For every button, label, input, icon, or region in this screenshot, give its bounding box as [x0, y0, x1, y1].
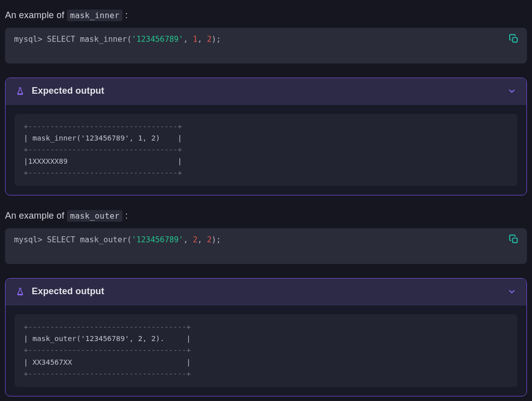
- copy-button[interactable]: [508, 33, 520, 45]
- flask-icon: [16, 286, 25, 298]
- code-func: mask_inner: [80, 35, 127, 44]
- output-line: +----------------------------------+: [24, 122, 182, 130]
- copy-icon: [509, 34, 519, 44]
- expected-output-title: Expected output: [32, 86, 507, 96]
- code-func: mask_outer: [80, 235, 127, 244]
- flask-icon: [16, 85, 25, 97]
- output-pre: +----------------------------------+ | m…: [15, 114, 517, 186]
- output-line: +------------------------------------+: [24, 323, 191, 331]
- heading-code: mask_inner: [67, 10, 122, 21]
- code-close: );: [212, 235, 221, 244]
- code-keyword: SELECT: [47, 235, 80, 244]
- output-line: +----------------------------------+: [24, 169, 182, 177]
- output-line: | mask_inner('123456789', 1, 2) |: [24, 134, 182, 142]
- code-string: '123456789': [131, 35, 183, 44]
- copy-button[interactable]: [508, 233, 520, 245]
- expected-output-body: +----------------------------------+ | m…: [6, 105, 526, 195]
- expected-output-header[interactable]: Expected output: [6, 279, 526, 305]
- code-block: mysql> SELECT mask_inner('123456789', 1,…: [5, 28, 527, 63]
- output-line: +----------------------------------+: [24, 146, 182, 154]
- code-num: 2: [207, 35, 212, 44]
- output-line: | mask_outer('123456789', 2, 2). |: [24, 335, 191, 343]
- code-num: 2: [207, 235, 212, 244]
- code-prompt: mysql>: [14, 235, 47, 244]
- output-line: +------------------------------------+: [24, 346, 191, 354]
- code-open: (: [127, 35, 131, 44]
- output-pre: +------------------------------------+ |…: [15, 314, 517, 387]
- code-num: 2: [193, 235, 197, 244]
- chevron-down-icon: [507, 287, 516, 296]
- heading-suffix: :: [122, 10, 127, 20]
- code-comma: ,: [183, 35, 193, 44]
- copy-icon: [509, 234, 519, 244]
- code-close: );: [212, 35, 221, 44]
- code-keyword: SELECT: [47, 35, 80, 44]
- heading-prefix: An example of: [5, 211, 67, 221]
- section-heading: An example of mask_outer :: [5, 211, 527, 221]
- output-line: |1XXXXXX89 |: [24, 157, 182, 165]
- code-num: 1: [193, 35, 197, 44]
- code-comma: ,: [197, 35, 207, 44]
- expected-output-header[interactable]: Expected output: [6, 78, 526, 105]
- output-line: +------------------------------------+: [24, 370, 191, 378]
- heading-code: mask_outer: [67, 210, 122, 222]
- svg-rect-0: [513, 38, 517, 42]
- code-string: '123456789': [131, 235, 183, 244]
- heading-suffix: :: [122, 211, 127, 221]
- svg-rect-1: [513, 238, 517, 243]
- code-prompt: mysql>: [14, 35, 47, 44]
- chevron-down-icon: [507, 87, 516, 96]
- code-block: mysql> SELECT mask_outer('123456789', 2,…: [5, 228, 527, 264]
- output-line: | XX34567XX |: [24, 358, 191, 366]
- code-comma: ,: [197, 235, 207, 244]
- expected-output-panel: Expected output +-----------------------…: [5, 78, 527, 196]
- code-comma: ,: [183, 235, 193, 244]
- expected-output-body: +------------------------------------+ |…: [6, 305, 526, 396]
- code-open: (: [127, 235, 131, 244]
- heading-prefix: An example of: [5, 10, 67, 20]
- expected-output-title: Expected output: [32, 286, 507, 297]
- expected-output-panel: Expected output +-----------------------…: [5, 278, 527, 396]
- section-heading: An example of mask_inner :: [5, 10, 527, 21]
